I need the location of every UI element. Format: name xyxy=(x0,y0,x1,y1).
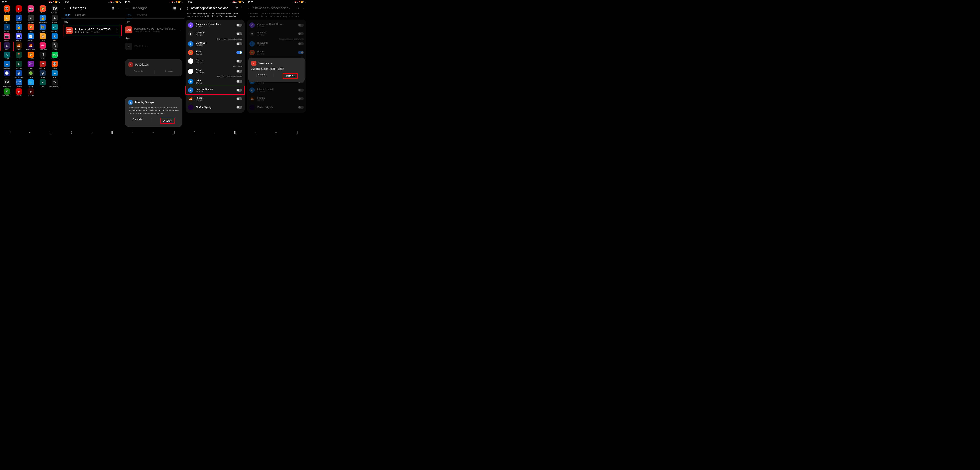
app-ajustes[interactable]: ⚙Ajustes xyxy=(13,15,25,23)
app-source-files-by-google[interactable]: ◣Files by Google32,97 MB xyxy=(186,86,245,94)
app-source-firefox[interactable]: 🦊Firefox303 MB xyxy=(186,94,245,103)
app-kwgt[interactable]: KKWGT xyxy=(1,51,13,60)
app-yt-studio[interactable]: ▶YT Studio xyxy=(25,88,37,96)
app-discord[interactable]: 💬Discord xyxy=(13,33,25,41)
nav-back[interactable]: ⟨ xyxy=(71,131,72,135)
app-c-mara[interactable]: 📷Cámara xyxy=(25,5,37,14)
app-source-drive[interactable]: ▲Drive46,89 MBDesactivado automáticament… xyxy=(186,67,245,77)
nav-home[interactable]: ○ xyxy=(213,131,215,134)
app-reloj[interactable]: 🕒Reloj xyxy=(1,70,13,78)
app-firefox[interactable]: 🦊Firefox xyxy=(13,42,25,50)
settings-button[interactable]: Ajustes xyxy=(160,118,175,124)
app-firefox-nightly[interactable]: 🦊Firefox Nightly xyxy=(25,42,37,50)
app-duolingo[interactable]: 🦉Duolingo xyxy=(37,33,49,41)
cancel-button[interactable]: Cancelar xyxy=(133,118,143,124)
nav-recent[interactable]: ||| xyxy=(296,131,298,134)
app-maps[interactable]: 📍Maps xyxy=(13,51,25,60)
app-tradingview[interactable]: 𝗧𝗩TradingView xyxy=(49,5,60,14)
app-bluemail[interactable]: ✉BlueMail xyxy=(1,24,13,32)
nav-home[interactable]: ○ xyxy=(29,131,31,134)
app-reddit[interactable]: 👽Reddit xyxy=(49,61,60,69)
nav-recent[interactable]: ||| xyxy=(234,131,236,134)
app-tradingview[interactable]: 𝗧𝗩TradingView xyxy=(1,79,13,87)
nav-back[interactable]: ⟨ xyxy=(255,131,256,135)
app-traductor[interactable]: G文Traductor xyxy=(13,79,25,87)
nav-home[interactable]: ○ xyxy=(91,131,92,134)
app-brave[interactable]: 🦁Brave xyxy=(37,5,49,14)
app-name: Firefox Nightly xyxy=(196,106,234,109)
app-viral[interactable]: ●Viral xyxy=(37,79,49,87)
app-xbox-game-pass[interactable]: ✖Xbox Game Pass xyxy=(1,88,13,96)
app-tiempo[interactable]: ☁Tiempo xyxy=(49,70,60,78)
app-brave[interactable]: 🦁Brave xyxy=(25,24,37,32)
allow-toggle[interactable] xyxy=(236,106,242,109)
more-icon[interactable]: ⋮ xyxy=(240,6,243,10)
app-source-agente-de-quick-share[interactable]: ↗Agente de Quick Share4,30 MB xyxy=(186,21,245,29)
nav-back[interactable]: ⟨ xyxy=(194,131,195,135)
file-row[interactable]: PokéDexus Pokédexus_v1.5.O__63ca8767854f… xyxy=(63,25,122,36)
nav-recent[interactable]: ||| xyxy=(111,131,113,134)
app-binance[interactable]: ◆Binance xyxy=(49,15,60,23)
app-autenticador[interactable]: ★Autenticador xyxy=(25,15,37,23)
allow-toggle[interactable] xyxy=(236,24,242,27)
app-source-brave[interactable]: 🦁Brave382 MB xyxy=(186,48,245,57)
allow-toggle[interactable] xyxy=(236,89,242,92)
nav-back[interactable]: ⟨ xyxy=(132,131,134,135)
search-icon[interactable]: ⚲ xyxy=(236,7,238,10)
app-source-firefox-nightly[interactable]: Firefox Nightly xyxy=(186,103,245,112)
app-spotify[interactable]: 🟢Spotify xyxy=(25,70,37,78)
app-source-binance[interactable]: ◆Binance709 MBDesactivado automáticament… xyxy=(186,29,245,40)
allow-toggle[interactable] xyxy=(236,97,242,100)
app-proclient[interactable]: ◓PROClient xyxy=(37,61,49,69)
app-edge[interactable]: ◉Edge xyxy=(49,33,60,41)
tab-all[interactable]: Todo xyxy=(65,12,70,18)
nav-home[interactable]: ○ xyxy=(275,131,277,134)
app-source-chrome[interactable]: ◉Chrome147 MBInhabilitada xyxy=(186,57,245,67)
app-calculadora[interactable]: 🧮Calculadora xyxy=(37,24,49,32)
app-onedrive[interactable]: ☁OneDrive xyxy=(1,61,13,69)
app-source-edge[interactable]: ◉Edge473 MB xyxy=(186,77,245,86)
nav-home[interactable]: ○ xyxy=(152,131,154,134)
app-rosetta-stone[interactable]: ◉Rosetta Stone xyxy=(13,70,25,78)
allow-toggle[interactable] xyxy=(236,60,242,63)
grid-view-icon[interactable]: ⊞ xyxy=(112,6,114,10)
app-grid[interactable]: 👽Reddit▶YouTube📷Cámara🦁Brave𝗧𝗩TradingVie… xyxy=(0,4,62,97)
allow-toggle[interactable] xyxy=(236,51,242,54)
app-source-bluetooth[interactable]: ᛒBluetooth1,45 MB xyxy=(186,40,245,48)
app-c-mara[interactable]: 📷Cámara xyxy=(1,33,13,41)
allow-toggle[interactable] xyxy=(236,80,242,83)
back-icon[interactable]: ← xyxy=(64,6,67,10)
app-galer-a[interactable]: ▚Galería xyxy=(49,42,60,50)
tab-download[interactable]: download xyxy=(75,12,86,18)
nav-recent[interactable]: ||| xyxy=(173,131,175,134)
app-youtube[interactable]: ▶YouTube xyxy=(13,88,25,96)
more-icon[interactable]: ⋮ xyxy=(118,6,121,10)
app-aimp[interactable]: ▲AIMP xyxy=(1,15,13,23)
install-button[interactable]: Instalar xyxy=(283,73,298,79)
app-galaxy-store[interactable]: 🛍Galaxy Store xyxy=(37,42,49,50)
app-play-store[interactable]: ▶Play Store xyxy=(13,61,25,69)
allow-toggle[interactable] xyxy=(236,32,242,35)
app-mojo-ing[interactable]: 🦁Mojo ING xyxy=(25,51,37,60)
app-youtube[interactable]: ▶YouTube xyxy=(13,5,25,14)
app-boxpn[interactable]: 🔓BoxPN xyxy=(13,24,25,32)
nav-recent[interactable]: ||| xyxy=(50,131,52,134)
app-reddit[interactable]: 👽Reddit xyxy=(1,5,13,14)
app-nous-smart[interactable]: nousNous Smart xyxy=(49,51,60,60)
file-more-icon[interactable]: ⋮ xyxy=(116,29,119,32)
app-documentos[interactable]: 📄Documentos xyxy=(25,33,37,41)
app-authenticator[interactable]: 🔒Authenticator xyxy=(37,15,49,23)
app-netflix[interactable]: NNetflix xyxy=(37,51,49,60)
app-wallhaven-wallp-[interactable]: WWallhaven Wallp… xyxy=(49,79,60,87)
allow-toggle[interactable] xyxy=(236,42,242,45)
app-files[interactable]: ◣Files xyxy=(1,42,13,50)
back-icon[interactable]: ⟨ xyxy=(187,6,188,10)
app-twitter[interactable]: 🐦Twitter xyxy=(25,79,37,87)
nav-back[interactable]: ⟨ xyxy=(10,131,11,135)
cancel-button[interactable]: Cancelar xyxy=(256,73,266,79)
popup-question: ¿Quieres instalar esta aplicación? xyxy=(251,67,302,70)
app-steam[interactable]: ◉Steam xyxy=(37,70,49,78)
app-calendario[interactable]: 20Calendario xyxy=(49,24,60,32)
allow-toggle[interactable] xyxy=(236,70,242,73)
app-play24[interactable]: 24Play24 xyxy=(25,61,37,69)
